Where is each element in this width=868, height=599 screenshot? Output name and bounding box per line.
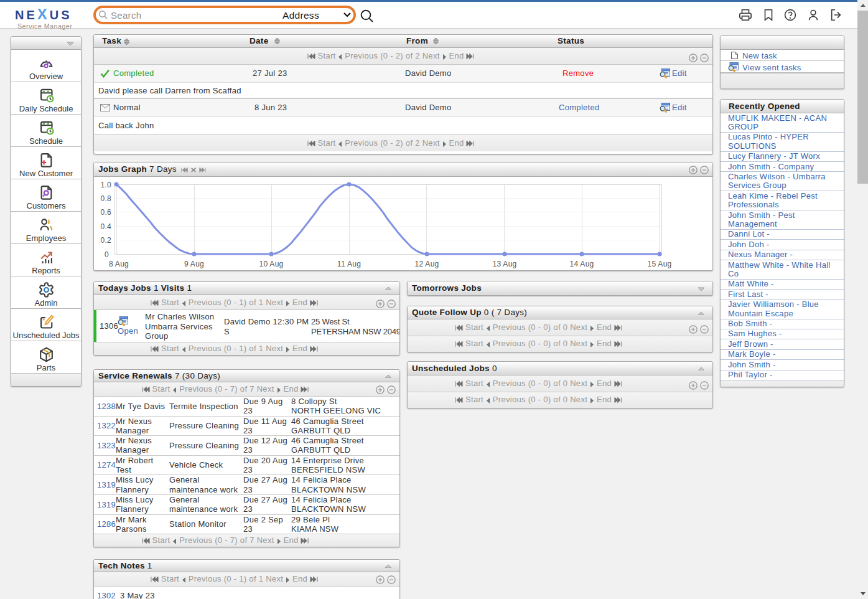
svg-text:15 Aug: 15 Aug [647, 260, 671, 268]
svg-text:1.0: 1.0 [100, 181, 111, 189]
svg-text:0.2: 0.2 [100, 236, 111, 245]
svg-text:0.6: 0.6 [100, 208, 111, 217]
svg-text:0.8: 0.8 [100, 194, 111, 203]
svg-text:12 Aug: 12 Aug [414, 260, 439, 268]
svg-text:10 Aug: 10 Aug [259, 260, 283, 268]
svg-text:9 Aug: 9 Aug [184, 260, 204, 268]
svg-text:13 Aug: 13 Aug [492, 260, 516, 268]
svg-text:0.4: 0.4 [100, 222, 111, 231]
svg-text:8 Aug: 8 Aug [109, 260, 129, 268]
svg-text:0: 0 [105, 250, 109, 259]
svg-text:11 Aug: 11 Aug [337, 260, 361, 268]
svg-text:14 Aug: 14 Aug [569, 260, 594, 268]
